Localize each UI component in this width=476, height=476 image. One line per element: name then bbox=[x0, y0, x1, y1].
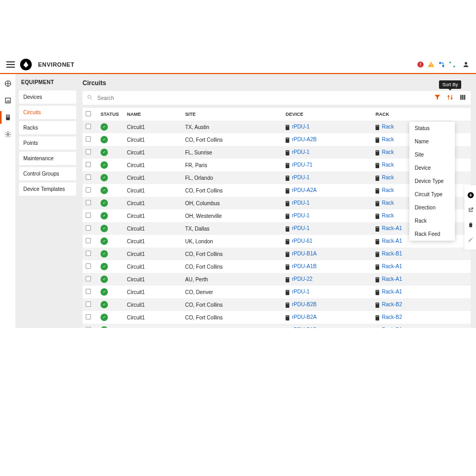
row-checkbox[interactable] bbox=[86, 327, 91, 328]
device-link[interactable]: rPDU-B1B bbox=[292, 327, 317, 328]
rack-link[interactable]: Rack bbox=[382, 136, 394, 142]
sort-option-circuit-type[interactable]: Circuit Type bbox=[409, 188, 455, 201]
sort-option-rack-feed[interactable]: Rack Feed bbox=[409, 227, 455, 241]
export-button[interactable] bbox=[467, 206, 474, 214]
table-row[interactable]: Circuit1CO, Fort CollinsrPDU-B2ARack-B2 bbox=[83, 311, 471, 324]
network-icon[interactable] bbox=[438, 61, 445, 68]
rack-link[interactable]: Rack-A1 bbox=[382, 276, 402, 282]
rack-link[interactable]: Rack bbox=[382, 187, 394, 193]
sidebar-item-device-templates[interactable]: Device Templates bbox=[19, 182, 76, 196]
tools-icon[interactable] bbox=[448, 61, 456, 68]
table-row[interactable]: Circuit1CO, Fort CollinsrPDU-B1ARack-B1 bbox=[83, 248, 471, 260]
device-link[interactable]: rPDU-1 bbox=[292, 225, 309, 231]
rack-link[interactable]: Rack-A1 bbox=[382, 238, 402, 244]
sidebar-item-racks[interactable]: Racks bbox=[19, 121, 76, 134]
row-checkbox[interactable] bbox=[86, 213, 91, 218]
row-checkbox[interactable] bbox=[86, 314, 91, 319]
table-row[interactable]: Circuit1CO, DenverrPDU-1Rack-A1 bbox=[83, 286, 471, 298]
warning-icon[interactable] bbox=[427, 61, 435, 68]
device-link[interactable]: rPDU-22 bbox=[292, 276, 313, 282]
sort-icon[interactable] bbox=[446, 94, 454, 102]
sort-option-site[interactable]: Site bbox=[409, 148, 455, 161]
menu-button[interactable] bbox=[6, 61, 15, 68]
row-checkbox[interactable] bbox=[86, 187, 91, 193]
col-name[interactable]: NAME bbox=[124, 108, 182, 121]
rack-link[interactable]: Rack-B2 bbox=[382, 314, 402, 320]
sidebar-item-circuits[interactable]: Circuits bbox=[19, 106, 76, 119]
table-row[interactable]: Circuit1CO, Fort CollinsrPDU-B1BRack-B1 bbox=[83, 324, 471, 328]
row-checkbox[interactable] bbox=[86, 136, 91, 142]
rack-link[interactable]: Rack bbox=[382, 200, 394, 206]
device-link[interactable]: rPDU-1 bbox=[292, 175, 309, 180]
add-button[interactable] bbox=[467, 191, 474, 199]
rack-link[interactable]: Rack bbox=[382, 149, 394, 155]
rack-link[interactable]: Rack-A1 bbox=[382, 263, 402, 269]
device-link[interactable]: rPDU-B1A bbox=[292, 251, 317, 257]
device-link[interactable]: rPDU-71 bbox=[292, 162, 313, 168]
sort-option-rack[interactable]: Rack bbox=[409, 214, 455, 227]
rack-link[interactable]: Rack-B1 bbox=[382, 251, 402, 257]
col-rack[interactable]: RACK bbox=[372, 108, 471, 121]
device-link[interactable]: rPDU-A2A bbox=[292, 187, 317, 193]
rack-link[interactable]: Rack bbox=[382, 162, 394, 168]
device-link[interactable]: rPDU-1 bbox=[292, 124, 309, 130]
rail-reports[interactable] bbox=[4, 96, 12, 105]
edit-button[interactable] bbox=[467, 236, 474, 243]
rack-link[interactable]: Rack-A1 bbox=[382, 289, 402, 295]
row-checkbox[interactable] bbox=[86, 263, 91, 269]
columns-icon[interactable] bbox=[459, 94, 466, 102]
alert-icon[interactable] bbox=[417, 61, 424, 68]
row-checkbox[interactable] bbox=[86, 301, 91, 307]
rack-link[interactable]: Rack-A1 bbox=[382, 225, 402, 231]
sort-option-name[interactable]: Name bbox=[409, 135, 455, 148]
row-checkbox[interactable] bbox=[86, 238, 91, 243]
sort-option-direction[interactable]: Direction bbox=[409, 201, 455, 214]
device-link[interactable]: rPDU-61 bbox=[292, 238, 313, 244]
device-link[interactable]: rPDU-1 bbox=[292, 149, 309, 155]
rail-dashboard[interactable] bbox=[4, 79, 12, 88]
row-checkbox[interactable] bbox=[86, 175, 91, 180]
row-checkbox[interactable] bbox=[86, 276, 91, 281]
table-row[interactable]: Circuit1CO, Fort CollinsrPDU-A1BRack-A1 bbox=[83, 260, 471, 273]
rack-link[interactable]: Rack bbox=[382, 213, 394, 218]
table-row[interactable]: Circuit1CO, Fort CollinsrPDU-B2BRack-B2 bbox=[83, 298, 471, 311]
filter-icon[interactable] bbox=[434, 94, 441, 102]
sidebar-item-control-groups[interactable]: Control Groups bbox=[19, 167, 76, 180]
device-link[interactable]: rPDU-1 bbox=[292, 213, 309, 218]
rack-link[interactable]: Rack-B1 bbox=[382, 327, 402, 328]
user-icon[interactable] bbox=[462, 61, 470, 68]
sidebar-item-points[interactable]: Points bbox=[19, 136, 76, 150]
device-link[interactable]: rPDU-B2B bbox=[292, 301, 317, 307]
row-checkbox[interactable] bbox=[86, 200, 91, 205]
sort-dropdown[interactable]: StatusNameSiteDeviceDevice TypeCircuit T… bbox=[409, 122, 455, 241]
row-checkbox[interactable] bbox=[86, 289, 91, 294]
device-link[interactable]: rPDU-A1B bbox=[292, 263, 317, 269]
select-all-checkbox[interactable] bbox=[86, 111, 91, 116]
table-row[interactable]: Circuit1AU, PerthrPDU-22Rack-A1 bbox=[83, 273, 471, 286]
row-checkbox[interactable] bbox=[86, 149, 91, 154]
row-checkbox[interactable] bbox=[86, 251, 91, 256]
sidebar-item-devices[interactable]: Devices bbox=[19, 90, 76, 104]
rack-link[interactable]: Rack-B2 bbox=[382, 301, 402, 307]
device-link[interactable]: rPDU-A2B bbox=[292, 136, 317, 142]
row-checkbox[interactable] bbox=[86, 124, 91, 129]
sort-option-device[interactable]: Device bbox=[409, 161, 455, 175]
device-icon bbox=[286, 226, 289, 232]
row-checkbox[interactable] bbox=[86, 162, 91, 167]
rack-link[interactable]: Rack bbox=[382, 175, 394, 180]
col-site[interactable]: SITE bbox=[182, 108, 282, 121]
delete-button[interactable] bbox=[467, 221, 474, 228]
sidebar-item-maintenance[interactable]: Maintenance bbox=[19, 152, 76, 165]
sort-option-status[interactable]: Status bbox=[409, 122, 455, 135]
col-status[interactable]: STATUS bbox=[97, 108, 124, 121]
col-device[interactable]: DEVICE bbox=[282, 108, 372, 121]
row-checkbox[interactable] bbox=[86, 225, 91, 231]
device-link[interactable]: rPDU-1 bbox=[292, 200, 309, 206]
rail-settings[interactable] bbox=[4, 130, 12, 139]
rack-link[interactable]: Rack bbox=[382, 124, 394, 130]
device-link[interactable]: rPDU-1 bbox=[292, 289, 309, 295]
device-link[interactable]: rPDU-B2A bbox=[292, 314, 317, 320]
search-input[interactable] bbox=[97, 95, 429, 101]
sort-option-device-type[interactable]: Device Type bbox=[409, 175, 455, 188]
rail-equipment[interactable] bbox=[4, 113, 12, 122]
